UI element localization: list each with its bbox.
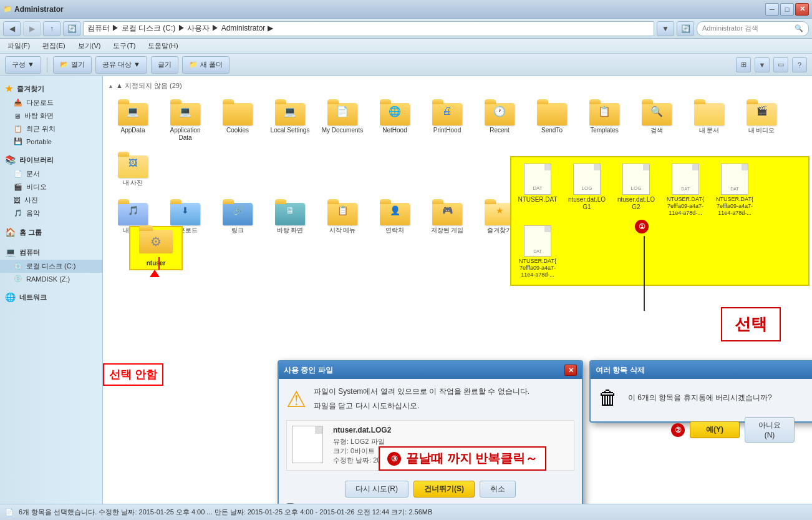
folder-label-startmenu: 시작 메뉴 <box>329 227 356 234</box>
sidebar-item-photos[interactable]: 🖼 사진 <box>0 194 102 207</box>
sidebar-item-recent[interactable]: 📋 최근 위치 <box>0 122 102 135</box>
file-ntuser-dat-guid1[interactable]: DAT NTUSER.DAT{7efffa09-a4a7-11e4-a78d-.… <box>662 160 709 220</box>
folder-applicationdata[interactable]: 💻 Application Data <box>160 96 210 145</box>
folder-mydocs[interactable]: 📄 My Documents <box>317 96 367 145</box>
nethood-overlay: 🌐 <box>389 105 401 117</box>
detail-pane-button[interactable]: ▭ <box>773 57 788 72</box>
ntuser-guid3-icon: DAT <box>524 225 551 257</box>
address-path[interactable]: 컴퓨터 ▶ 로컬 디스크 (C:) ▶ 사용자 ▶ Administrator … <box>83 21 654 36</box>
file-area: ▲ 지정되지 않음 (29) 💻 AppData 💻 <box>103 76 812 504</box>
delete-message-row: 🗑 이 6개의 항목을 휴지통에 버리시겠습니까? <box>598 386 812 410</box>
no-select-annotation: 선택 안함 <box>103 363 163 386</box>
file-ntuser-dat-guid3[interactable]: DAT NTUSER.DAT{7efffa09-a4a7-11e4-a78d-.… <box>514 222 561 282</box>
folder-label-printhood: PrintHood <box>433 127 461 134</box>
yes-button[interactable]: 예(Y) <box>690 421 740 438</box>
my-photos-overlay: 🖼 <box>128 158 137 168</box>
folder-links[interactable]: 🔗 링크 <box>213 195 263 238</box>
checkbox-row[interactable]: 모든 항목에 대해 같은 작업 수행(5개 찾음)(A) <box>286 503 574 504</box>
folder-search[interactable]: 🔍 검색 <box>632 96 682 145</box>
ntuser-guid2-label: NTUSER.DAT{7efffa09-a4a7-11e4-a78d-... <box>715 196 755 216</box>
home-header[interactable]: 🏠 홈 그룹 <box>0 225 102 240</box>
title-bar-controls: ─ □ ✕ <box>765 3 809 16</box>
no-button[interactable]: 아니요(N) <box>745 417 795 443</box>
folder-savedgames[interactable]: 🎮 저장된 게임 <box>422 195 472 238</box>
file-ntuser-dat[interactable]: DAT NTUSER.DAT <box>514 160 561 220</box>
skip-button[interactable]: 건너뛰기(S) <box>413 481 475 498</box>
sidebar-item-desktop[interactable]: 🖥 바탕 화면 <box>0 109 102 122</box>
folder-recent[interactable]: 🕐 Recent <box>475 96 524 145</box>
search-box[interactable]: Administrator 검색 🔍 <box>697 21 809 36</box>
ntuser-guid1-label: NTUSER.DAT{7efffa09-a4a7-11e4-a78d-... <box>665 196 705 216</box>
favorites-header[interactable]: ★ 즐겨찾기 <box>0 81 102 96</box>
refresh-button[interactable]: 🔄 <box>63 21 80 36</box>
help-button[interactable]: ? <box>792 57 807 72</box>
rename-button[interactable]: 글기 <box>151 56 178 74</box>
folder-label-my-video: 내 비디오 <box>748 127 775 134</box>
forward-button[interactable]: ▶ <box>23 21 41 36</box>
menu-view[interactable]: 보기(V) <box>75 40 104 52</box>
organize-button[interactable]: 구성 ▼ <box>5 56 41 74</box>
folder-label-links: 링크 <box>231 227 244 234</box>
folder-templates[interactable]: 📋 Templates <box>579 96 629 145</box>
folder-my-photos[interactable]: 🖼 내 사진 <box>108 148 158 190</box>
file-ntuser-log2[interactable]: LOG ntuser.dat.LOG2 <box>612 160 660 220</box>
ntuser-log1-icon: LOG <box>573 164 601 195</box>
sidebar-item-docs[interactable]: 📄 문서 <box>0 167 102 180</box>
sidebar-item-download[interactable]: 📥 다운로드 <box>0 96 102 109</box>
file-ntuser-log1[interactable]: LOG ntuser.dat.LOG1 <box>563 160 611 220</box>
desktop-ko-overlay: 🖥 <box>286 205 294 215</box>
sidebar-item-portable[interactable]: 💾 Portable <box>0 135 102 147</box>
folder-printhood[interactable]: 🖨 PrintHood <box>422 96 472 145</box>
address-bar: ◀ ▶ ↑ 🔄 컴퓨터 ▶ 로컬 디스크 (C:) ▶ 사용자 ▶ Admini… <box>0 19 812 39</box>
retry-button[interactable]: 다시 시도(R) <box>345 481 408 498</box>
dialog-message-row: ⚠ 파일이 System에서 열려 있으므로 이 작업을 완료할 수 없습니다.… <box>286 386 574 413</box>
folder-cookies[interactable]: Cookies <box>213 96 263 145</box>
sidebar-item-video[interactable]: 🎬 비디오 <box>0 180 102 194</box>
folder-contacts[interactable]: 👤 연락처 <box>370 195 420 238</box>
folder-startmenu[interactable]: 📋 시작 메뉴 <box>317 195 367 238</box>
ntuser-log2-icon: LOG <box>622 164 650 195</box>
menu-edit[interactable]: 편집(E) <box>40 40 68 52</box>
same-action-checkbox[interactable] <box>286 503 294 504</box>
close-button[interactable]: ✕ <box>795 3 809 16</box>
folder-my-video[interactable]: 🎬 내 비디오 <box>737 96 786 145</box>
open-button[interactable]: 📂 열기 <box>53 56 92 74</box>
minimize-button[interactable]: ─ <box>765 3 779 16</box>
menu-tools[interactable]: 도구(T) <box>110 40 138 52</box>
menu-help[interactable]: 도움말(H) <box>145 40 180 52</box>
folder-sendto[interactable]: SendTo <box>527 96 577 145</box>
network-header[interactable]: 🌐 네트워크 <box>0 290 102 305</box>
sidebar-item-local-disk[interactable]: 💿 로컬 디스크 (C:) <box>0 260 102 273</box>
menu-file[interactable]: 파일(F) <box>5 40 32 52</box>
sidebar-item-ramdisk[interactable]: 💿 RAMDISK (Z:) <box>0 273 102 285</box>
folder-my-documents-ko[interactable]: 내 문서 <box>684 96 734 145</box>
back-button[interactable]: ◀ <box>3 21 21 36</box>
library-icon: 📚 <box>5 155 16 165</box>
localsettings-overlay: 💻 <box>284 105 296 117</box>
computer-header[interactable]: 💻 컴퓨터 <box>0 245 102 260</box>
sidebar-item-music[interactable]: 🎵 음악 <box>0 207 102 220</box>
view-dropdown-button[interactable]: ▼ <box>755 57 770 72</box>
share-button[interactable]: 공유 대상 ▼ <box>95 56 147 74</box>
open-icon: 📂 <box>60 61 69 69</box>
badge2: ② <box>671 423 685 437</box>
folder-nethood[interactable]: 🌐 NetHood <box>370 96 420 145</box>
cancel-button[interactable]: 취소 <box>480 481 516 498</box>
file-ntuser-dat-guid2[interactable]: DAT NTUSER.DAT{7efffa09-a4a7-11e4-a78d-.… <box>711 160 758 220</box>
search-icon[interactable]: 🔄 <box>677 21 694 36</box>
folder-appdata[interactable]: 💻 AppData <box>108 96 158 145</box>
new-folder-button[interactable]: 📁 새 폴더 <box>182 56 230 74</box>
file-in-use-body: ⚠ 파일이 System에서 열려 있으므로 이 작업을 완료할 수 없습니다.… <box>279 379 582 504</box>
folder-localsettings[interactable]: 💻 Local Settings <box>265 96 315 145</box>
up-button[interactable]: ↑ <box>43 21 60 36</box>
title-bar-left: 📁 Administrator <box>3 5 64 14</box>
ntuser-guid3-label: NTUSER.DAT{7efffa09-a4a7-11e4-a78d-... <box>518 258 558 278</box>
folder-desktop-ko[interactable]: 🖥 바탕 화면 <box>265 195 315 238</box>
search-placeholder: Administrator 검색 <box>702 24 758 33</box>
network-icon: 🌐 <box>5 292 16 302</box>
maximize-button[interactable]: □ <box>780 3 794 16</box>
view-large-icon-button[interactable]: ⊞ <box>736 57 751 72</box>
libraries-header[interactable]: 📚 라이브러리 <box>0 152 102 167</box>
file-in-use-close-button[interactable]: ✕ <box>564 365 577 376</box>
dropdown-button[interactable]: ▼ <box>657 21 674 36</box>
